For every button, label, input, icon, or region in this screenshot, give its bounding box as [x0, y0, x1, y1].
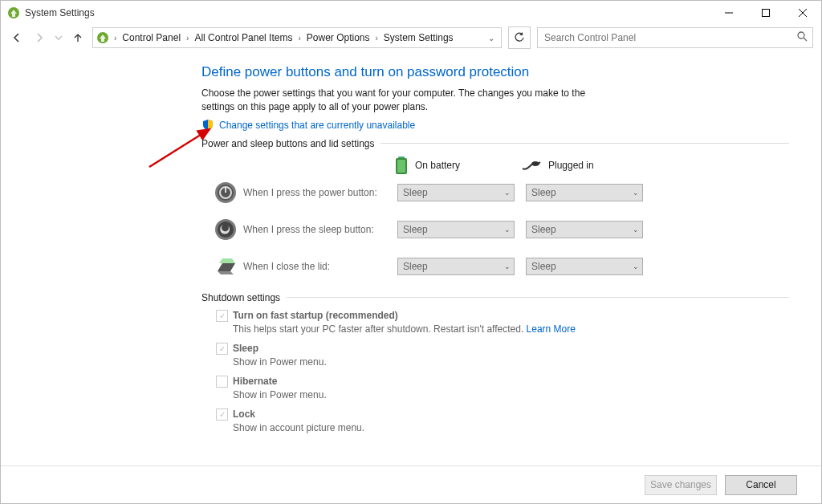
sleep-button-icon — [214, 218, 237, 241]
chevron-down-icon: ⌄ — [504, 226, 511, 234]
shutdown-group-text: Shutdown settings — [201, 292, 280, 303]
forward-button[interactable] — [31, 30, 47, 46]
refresh-button[interactable] — [508, 26, 531, 49]
battery-icon — [394, 156, 409, 175]
setting-label: When I close the lid: — [243, 261, 397, 272]
shutdown-item-sleep: ✓ Sleep Show in Power menu. — [216, 343, 789, 368]
setting-row-power-button: When I press the power button: Sleep⌄ Sl… — [201, 181, 789, 204]
breadcrumb-item[interactable]: Control Panel — [120, 32, 183, 43]
dropdown-lid-battery[interactable]: Sleep⌄ — [397, 258, 515, 275]
dropdown-sleep-plugged[interactable]: Sleep⌄ — [526, 221, 643, 238]
window-title: System Settings — [25, 7, 710, 18]
chevron-down-icon: ⌄ — [504, 262, 511, 270]
setting-row-sleep-button: When I press the sleep button: Sleep⌄ Sl… — [201, 218, 789, 241]
chevron-right-icon[interactable]: › — [296, 34, 302, 43]
minimize-button[interactable] — [710, 1, 747, 25]
chevron-down-icon: ⌄ — [633, 189, 639, 197]
svg-line-7 — [804, 38, 807, 41]
back-button[interactable] — [9, 30, 25, 46]
svg-rect-10 — [397, 160, 405, 173]
svg-point-6 — [798, 32, 804, 39]
chevron-down-icon: ⌄ — [633, 262, 639, 270]
chevron-right-icon[interactable]: › — [185, 34, 190, 43]
plug-icon — [521, 159, 542, 172]
recent-locations-button[interactable] — [54, 30, 63, 46]
close-button[interactable] — [784, 1, 821, 25]
breadcrumb-icon — [96, 31, 109, 44]
dropdown-power-plugged[interactable]: Sleep⌄ — [526, 184, 643, 201]
page-description: Choose the power settings that you want … — [201, 87, 603, 114]
shutdown-item-title: Turn on fast startup (recommended) — [233, 310, 398, 321]
dropdown-lid-plugged[interactable]: Sleep⌄ — [526, 258, 643, 275]
chevron-right-icon[interactable]: › — [112, 34, 118, 43]
app-icon — [7, 6, 20, 19]
learn-more-link[interactable]: Learn More — [527, 323, 576, 335]
shield-icon — [201, 119, 214, 132]
col-header-plugged: Plugged in — [521, 156, 633, 175]
setting-row-close-lid: When I close the lid: Sleep⌄ Sleep⌄ — [201, 255, 789, 278]
shutdown-item-title: Hibernate — [233, 376, 277, 387]
maximize-button[interactable] — [747, 1, 784, 25]
search-icon[interactable] — [797, 31, 808, 44]
window-titlebar: System Settings — [1, 1, 821, 25]
shutdown-item-hibernate: Hibernate Show in Power menu. — [216, 376, 789, 400]
power-group-text: Power and sleep buttons and lid settings — [201, 138, 374, 149]
dropdown-sleep-battery[interactable]: Sleep⌄ — [397, 221, 515, 238]
svg-point-17 — [218, 222, 234, 238]
shutdown-item-desc: Show in account picture menu. — [233, 422, 789, 433]
shutdown-item-desc: Show in Power menu. — [233, 389, 789, 400]
search-bar[interactable] — [537, 27, 813, 48]
shutdown-item-title: Lock — [233, 408, 255, 420]
checkbox[interactable]: ✓ — [216, 343, 228, 355]
setting-label: When I press the sleep button: — [243, 224, 397, 235]
search-input[interactable] — [543, 31, 779, 44]
content-area: Define power buttons and turn on passwor… — [1, 53, 821, 465]
chevron-right-icon[interactable]: › — [374, 34, 380, 43]
breadcrumb-item[interactable]: All Control Panel Items — [192, 32, 295, 43]
page-title: Define power buttons and turn on passwor… — [201, 64, 789, 80]
lid-icon — [214, 255, 237, 278]
shutdown-item-desc: This helps start your PC faster after sh… — [233, 323, 789, 335]
breadcrumb-item[interactable]: Power Options — [304, 32, 372, 43]
power-button-icon — [214, 181, 237, 204]
up-button[interactable] — [70, 30, 86, 46]
shutdown-item-lock: ✓ Lock Show in account picture menu. — [216, 408, 789, 433]
footer: Save changes Cancel — [1, 465, 821, 503]
shutdown-item-desc: Show in Power menu. — [233, 356, 789, 368]
address-bar-row: › Control Panel › All Control Panel Item… — [1, 25, 821, 53]
shutdown-item-title: Sleep — [233, 343, 258, 354]
col-header-battery: On battery — [394, 156, 507, 175]
checkbox[interactable] — [216, 376, 228, 388]
checkbox[interactable]: ✓ — [216, 408, 228, 421]
svg-rect-2 — [763, 10, 770, 17]
breadcrumb-item[interactable]: System Settings — [381, 32, 456, 43]
breadcrumb-bar[interactable]: › Control Panel › All Control Panel Item… — [92, 27, 502, 48]
setting-label: When I press the power button: — [243, 187, 397, 198]
power-group-label: Power and sleep buttons and lid settings — [201, 138, 789, 149]
chevron-down-icon: ⌄ — [633, 226, 639, 234]
chevron-down-icon: ⌄ — [504, 189, 511, 197]
checkbox[interactable]: ✓ — [216, 310, 228, 322]
cancel-button[interactable]: Cancel — [725, 475, 797, 495]
change-settings-link[interactable]: Change settings that are currently unava… — [219, 120, 415, 131]
chevron-down-icon[interactable]: ⌄ — [488, 34, 498, 43]
shutdown-group-label: Shutdown settings — [201, 292, 789, 303]
shutdown-item-fast-startup: ✓ Turn on fast startup (recommended) Thi… — [216, 310, 789, 335]
save-button[interactable]: Save changes — [645, 475, 717, 495]
svg-point-11 — [531, 161, 539, 166]
dropdown-power-battery[interactable]: Sleep⌄ — [397, 184, 515, 201]
